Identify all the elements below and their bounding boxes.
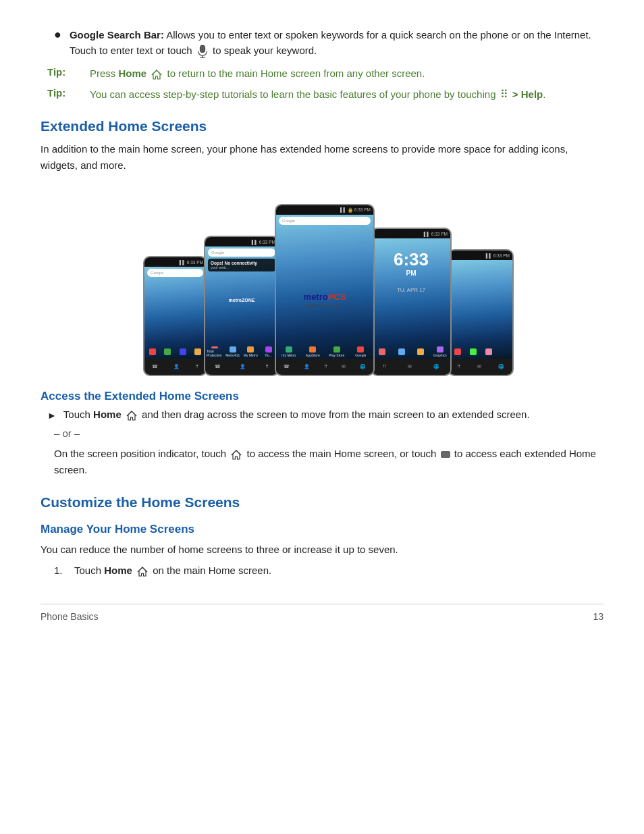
screen3-content: Google metroPCS Wireless for All. my Met… [276,215,373,359]
arrow-bullet-text: Touch Home and then drag across the scre… [63,409,530,421]
screen2-google-bar: Google [208,249,275,257]
screen3-header: ▌▌ 🔒 6:33 PM [276,205,373,215]
screen3-footer: ☎👤⠿✉🌐 [276,359,373,375]
app-at: AppStore [302,346,325,357]
screen2-content: Google Oops! No connectivity your setti.… [205,246,278,359]
phone-screen-4: ▌▌ 6:33 PM 6:33PM TU, APR 17 Graphics [371,228,452,376]
app4-4: Graphics [431,346,450,357]
app4-1 [373,346,392,357]
page-footer: Phone Basics 13 [41,604,603,622]
manage-body: You can reduce the number of home screen… [41,542,603,558]
phone-screen-1: ▌▌ 6:33 PM Google ☎👤⠿ [143,256,207,376]
app2 [161,346,174,357]
customize-heading: Customize the Home Screens [41,494,603,511]
customize-section: Customize the Home Screens Manage Your H… [41,494,603,577]
access-heading: Access the Extended Home Screens [41,390,603,403]
footer-page-number: 13 [593,611,603,622]
step-1-text: Touch Home on the main Home screen. [74,565,271,577]
screen2-footer: ☎👤⠿ [205,359,278,375]
screen2-apps: Total Protection Metro411 My Metro Ho... [205,345,278,359]
app-b: Metro411 [225,346,242,357]
app3 [176,346,190,357]
phone-screen-5: ▌▌ 6:33 PM ⠿✉🌐 [448,249,514,376]
home-icon-1 [151,69,163,80]
app5-3 [481,346,495,357]
grid-icon: ⠿ [500,86,508,103]
step-1: 1. Touch Home on the main Home screen. [54,565,603,577]
bullet-section: ● Google Search Bar: Allows you to enter… [41,27,603,59]
phone-screens-illustration: ▌▌ 6:33 PM Google ☎👤⠿ [41,187,603,376]
bullet-dot: ● [54,28,61,42]
footer-section-label: Phone Basics [41,611,99,622]
indicator-text: On the screen position indicator, touch … [54,446,603,478]
screen3-metro-brand: metroPCS Wireless for All. [304,290,346,309]
app4 [191,346,205,357]
screen5-apps [449,345,512,359]
small-rect-icon [441,451,450,458]
tip-label-1: Tip: [47,66,84,78]
screen-img-area: ▌▌ 6:33 PM Google ☎👤⠿ [133,187,511,376]
step-1-num: 1. [54,565,74,576]
screen4-content: 6:33PM TU, APR 17 Graphics [372,238,450,359]
home-icon-3 [230,449,242,460]
manage-heading: Manage Your Home Screens [41,523,603,536]
home-icon-2 [126,410,138,421]
bullet-item-google: ● Google Search Bar: Allows you to enter… [54,27,603,59]
screen4-footer: ⠿✉🌐 [372,359,450,375]
tip-row-2: Tip: You can access step-by-step tutoria… [41,86,603,103]
screen3-google-bar: Google [279,217,371,225]
screen1-google-bar: Google [147,269,203,277]
tip-label-2: Tip: [47,87,84,99]
screen1-footer: ☎👤⠿ [144,359,206,375]
screen2-header: ▌▌ 6:33 PM [205,237,278,246]
screen4-date: TU, APR 17 [392,287,431,293]
extended-home-heading: Extended Home Screens [41,118,603,134]
screen4-time: 6:33 [394,249,429,269]
screen1-content: Google [144,267,206,359]
phone-screen-3: ▌▌ 🔒 6:33 PM Google metroPCS Wireless fo… [275,204,375,376]
app4-3 [412,346,430,357]
home-icon-4 [136,566,149,577]
arrow-bullet: ► Touch Home and then drag across the sc… [41,409,603,421]
numbered-list: 1. Touch Home on the main Home screen. [41,565,603,577]
screen4-header: ▌▌ 6:33 PM [372,229,450,238]
tip-text-1: Press Home to return to the main Home sc… [90,66,425,81]
app-my: my Metro [277,346,300,357]
phone-screen-2: ▌▌ 6:33 PM Google Oops! No connectivity … [204,236,279,376]
app-go: Google [350,346,373,357]
arrow-symbol: ► [47,410,57,421]
screen4-apps: Graphics [372,345,450,359]
screen5-header: ▌▌ 6:33 PM [449,251,512,260]
svg-rect-0 [200,45,205,53]
screen4-pm: PM [406,270,417,277]
tip-row-1: Tip: Press Home to return to the main Ho… [41,66,603,81]
screen1-header: ▌▌ 6:33 PM [144,257,206,267]
app5-1 [450,346,464,357]
mic-icon [196,45,209,58]
app5-2 [466,346,480,357]
app-a: Total Protection [207,346,223,357]
screen2-notification: Oops! No connectivity your setti... [208,259,275,271]
extended-home-section: Extended Home Screens In addition to the… [41,118,603,478]
app-ps: Play Store [325,346,348,357]
tip-text-2: You can access step-by-step tutorials to… [90,86,545,103]
screen5-content [449,260,512,359]
screen5-footer: ⠿✉🌐 [449,359,512,375]
or-line: – or – [54,427,603,439]
app-c: My Metro [242,346,259,357]
extended-home-body: In addition to the main home screen, you… [41,141,603,174]
screen3-apps: my Metro AppStore Play Store Google [276,345,373,359]
app4-2 [393,346,411,357]
screen1-apps [144,345,206,359]
bullet-text-google: Google Search Bar: Allows you to enter t… [70,27,603,59]
app1 [146,346,159,357]
